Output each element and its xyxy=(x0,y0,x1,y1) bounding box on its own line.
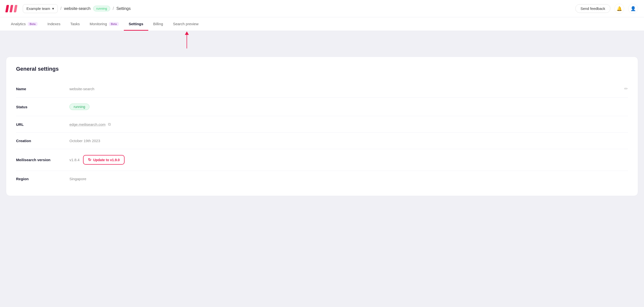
tab-analytics[interactable]: Analytics Beta xyxy=(6,17,42,31)
user-icon: 👤 xyxy=(630,6,636,11)
update-arrows-icon: ↻ xyxy=(88,158,91,162)
analytics-beta-badge: Beta xyxy=(28,22,38,26)
edit-name-icon[interactable]: ✏ xyxy=(624,86,628,92)
nav-tabs: Analytics Beta Indexes Tasks Monitoring … xyxy=(0,17,644,31)
tab-monitoring-label: Monitoring xyxy=(90,22,107,26)
settings-card: General settings Name website-search ✏ S… xyxy=(6,56,638,196)
breadcrumb: Example team ▾ / website-search running … xyxy=(23,4,571,13)
tab-search-preview-label: Search preview xyxy=(173,22,198,26)
label-url: URL xyxy=(16,122,66,126)
arrow-line xyxy=(186,35,187,48)
version-row: v1.8.4 ↻ Update to v1.9.0 xyxy=(70,155,628,164)
tab-tasks-label: Tasks xyxy=(70,22,80,26)
app-header: Example team ▾ / website-search running … xyxy=(0,0,644,17)
tab-indexes-label: Indexes xyxy=(48,22,60,26)
settings-row-region: Region Singapore xyxy=(16,171,628,187)
label-version: Meilisearch version xyxy=(16,158,66,162)
value-status: running xyxy=(70,104,628,110)
label-region: Region xyxy=(16,177,66,181)
tab-billing-label: Billing xyxy=(153,22,163,26)
team-selector[interactable]: Example team ▾ xyxy=(23,4,58,13)
label-status: Status xyxy=(16,105,66,109)
tab-indexes[interactable]: Indexes xyxy=(42,17,66,31)
breadcrumb-separator-2: / xyxy=(113,6,114,11)
value-creation: October 19th 2023 xyxy=(70,139,628,143)
logo-bar-1 xyxy=(5,5,9,12)
tab-analytics-label: Analytics xyxy=(11,22,26,26)
monitoring-beta-badge: Beta xyxy=(109,22,119,26)
tab-settings[interactable]: Settings xyxy=(124,17,148,31)
chevron-down-icon: ▾ xyxy=(52,6,54,11)
tab-monitoring[interactable]: Monitoring Beta xyxy=(85,17,124,31)
value-name: website-search xyxy=(70,87,620,91)
settings-row-name: Name website-search ✏ xyxy=(16,80,628,98)
main-content: General settings Name website-search ✏ S… xyxy=(0,51,644,202)
arrow-head xyxy=(185,32,189,35)
header-actions: Send feedback 🔔 👤 xyxy=(575,4,638,14)
update-button-label: Update to v1.9.0 xyxy=(93,158,120,162)
label-creation: Creation xyxy=(16,139,66,143)
annotation-arrow xyxy=(185,32,189,48)
tab-tasks[interactable]: Tasks xyxy=(65,17,84,31)
breadcrumb-project: website-search xyxy=(64,6,91,11)
app-logo xyxy=(6,5,17,12)
tab-billing[interactable]: Billing xyxy=(148,17,168,31)
project-status-badge: running xyxy=(93,6,110,11)
team-name: Example team xyxy=(26,6,50,11)
url-link[interactable]: edge.meilisearch.com xyxy=(70,122,106,126)
tab-settings-label: Settings xyxy=(129,22,143,26)
bell-icon: 🔔 xyxy=(616,6,622,11)
copy-url-icon[interactable]: ⧉ xyxy=(108,122,111,126)
logo-bar-2 xyxy=(10,5,13,12)
settings-row-status: Status running xyxy=(16,98,628,116)
settings-row-creation: Creation October 19th 2023 xyxy=(16,133,628,149)
settings-row-version: Meilisearch version v1.8.4 ↻ Update to v… xyxy=(16,149,628,171)
notifications-button[interactable]: 🔔 xyxy=(614,4,624,14)
status-running-badge: running xyxy=(70,104,90,110)
breadcrumb-current-page: Settings xyxy=(116,6,131,11)
value-url: edge.meilisearch.com ⧉ xyxy=(70,122,628,126)
value-region: Singapore xyxy=(70,177,628,181)
update-version-button[interactable]: ↻ Update to v1.9.0 xyxy=(83,155,124,164)
tab-search-preview[interactable]: Search preview xyxy=(168,17,204,31)
current-version: v1.8.4 xyxy=(70,158,80,162)
settings-row-url: URL edge.meilisearch.com ⧉ xyxy=(16,116,628,133)
send-feedback-button[interactable]: Send feedback xyxy=(575,4,610,13)
value-version: v1.8.4 ↻ Update to v1.9.0 xyxy=(70,155,628,164)
label-name: Name xyxy=(16,87,66,91)
user-profile-button[interactable]: 👤 xyxy=(628,4,638,14)
breadcrumb-separator-1: / xyxy=(60,6,62,11)
logo-bar-3 xyxy=(14,5,17,12)
card-title: General settings xyxy=(16,66,628,72)
